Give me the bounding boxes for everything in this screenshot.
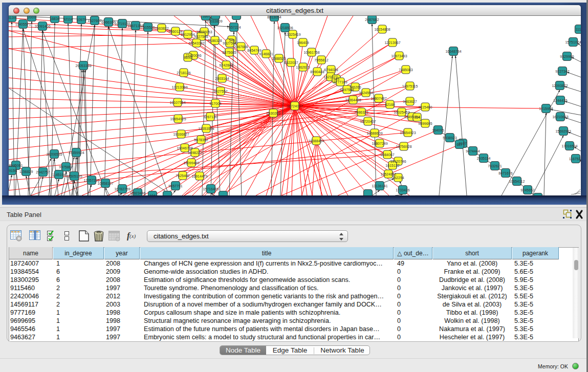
svg-text:10654112: 10654112: [509, 180, 525, 183]
svg-text:7632621: 7632621: [488, 164, 502, 168]
svg-text:1145194: 1145194: [52, 173, 66, 177]
svg-text:1215958: 1215958: [539, 107, 553, 111]
svg-text:12213967: 12213967: [384, 41, 400, 45]
svg-text:1156829: 1156829: [19, 170, 33, 173]
svg-text:8990448: 8990448: [310, 70, 324, 74]
svg-text:252254: 252254: [392, 176, 404, 180]
svg-text:8186328: 8186328: [208, 39, 222, 42]
svg-text:164095: 164095: [432, 128, 444, 132]
svg-text:16210643: 16210643: [552, 115, 568, 119]
svg-text:9975867: 9975867: [59, 165, 73, 169]
svg-text:7625402: 7625402: [176, 174, 189, 178]
svg-text:19046798: 19046798: [177, 146, 192, 150]
svg-text:16834: 16834: [50, 17, 60, 20]
svg-text:10961758: 10961758: [303, 51, 319, 54]
svg-text:15720407: 15720407: [360, 120, 376, 123]
svg-text:9327505: 9327505: [194, 35, 208, 38]
svg-text:1117: 1117: [576, 28, 581, 31]
svg-text:19120746: 19120746: [390, 160, 406, 163]
svg-text:20091406: 20091406: [34, 25, 50, 28]
svg-text:10807487: 10807487: [371, 97, 386, 100]
svg-text:904: 904: [414, 116, 420, 119]
svg-text:1733426: 1733426: [396, 188, 409, 192]
svg-text:3267130: 3267130: [203, 115, 217, 119]
svg-text:39159: 39159: [9, 169, 17, 172]
svg-text:1244415: 1244415: [553, 99, 567, 102]
svg-text:9242848: 9242848: [219, 63, 233, 67]
svg-text:12093872: 12093872: [552, 84, 568, 87]
svg-text:16154808: 16154808: [374, 28, 390, 31]
svg-text:13226053: 13226053: [196, 30, 212, 34]
svg-text:19166827: 19166827: [173, 133, 189, 136]
svg-text:5498222: 5498222: [188, 151, 202, 155]
svg-text:10973493: 10973493: [391, 54, 407, 58]
svg-text:7986322: 7986322: [354, 111, 368, 114]
svg-text:13325419: 13325419: [285, 33, 300, 36]
svg-text:7857224: 7857224: [227, 26, 241, 29]
svg-text:104: 104: [149, 194, 156, 196]
svg-text:1615132: 1615132: [385, 164, 399, 167]
svg-text:92114: 92114: [63, 17, 73, 21]
svg-text:10979: 10979: [76, 18, 86, 21]
svg-text:19756928: 19756928: [396, 145, 411, 148]
svg-text:7663822: 7663822: [155, 27, 168, 30]
svg-text:7515526: 7515526: [141, 26, 155, 29]
svg-text:9777169: 9777169: [333, 80, 347, 84]
svg-text:18807249: 18807249: [372, 142, 387, 145]
svg-text:12975115: 12975115: [402, 84, 418, 88]
svg-text:62160: 62160: [385, 103, 395, 106]
svg-text:9474444: 9474444: [466, 149, 480, 153]
svg-text:196409: 196409: [297, 41, 309, 45]
svg-text:12923446: 12923446: [129, 191, 145, 195]
svg-text:1588520: 1588520: [272, 57, 286, 60]
svg-text:9899695: 9899695: [418, 122, 432, 125]
svg-text:8912954: 8912954: [181, 33, 194, 36]
svg-text:16543382: 16543382: [188, 41, 204, 45]
svg-text:12213369: 12213369: [171, 85, 187, 89]
svg-text:9427552: 9427552: [213, 90, 227, 93]
svg-text:7485083: 7485083: [399, 68, 412, 72]
svg-text:687: 687: [456, 143, 463, 146]
svg-text:10688609: 10688609: [366, 132, 382, 135]
svg-text:19099489: 19099489: [183, 161, 199, 165]
svg-text:8454749: 8454749: [247, 49, 261, 52]
svg-text:15692971: 15692971: [555, 129, 571, 133]
svg-text:9896: 9896: [184, 56, 192, 59]
svg-text:5938923: 5938923: [443, 136, 456, 140]
svg-text:18724007: 18724007: [287, 104, 302, 108]
svg-text:16033809: 16033809: [206, 19, 222, 23]
svg-text:9463627: 9463627: [403, 100, 417, 103]
svg-text:5878352: 5878352: [194, 138, 208, 142]
svg-text:13136141: 13136141: [372, 184, 387, 188]
svg-text:15716485: 15716485: [203, 187, 219, 191]
svg-text:13524851: 13524851: [380, 172, 396, 176]
svg-text:6966160: 6966160: [101, 20, 115, 24]
svg-text:16782759: 16782759: [114, 187, 130, 191]
svg-text:19218506: 19218506: [277, 26, 293, 30]
svg-text:11405571: 11405571: [15, 23, 31, 26]
svg-text:6322037: 6322037: [284, 61, 298, 64]
svg-text:15751074: 15751074: [565, 40, 581, 44]
svg-text:7955812: 7955812: [314, 58, 328, 62]
svg-text:6497568: 6497568: [340, 88, 354, 92]
svg-text:16648784: 16648784: [445, 50, 461, 53]
svg-text:9227342: 9227342: [555, 70, 569, 73]
svg-text:19388454: 19388454: [308, 139, 324, 143]
svg-text:8813054: 8813054: [267, 16, 281, 19]
svg-text:12505135: 12505135: [66, 174, 82, 178]
svg-text:1167533: 1167533: [569, 157, 581, 161]
svg-text:19107554: 19107554: [169, 101, 185, 104]
svg-text:2803144: 2803144: [215, 77, 229, 80]
svg-text:5875685: 5875685: [222, 51, 236, 54]
svg-text:9146821: 9146821: [259, 52, 273, 56]
svg-text:16914479: 16914479: [191, 174, 207, 178]
svg-text:29053346: 29053346: [75, 64, 91, 68]
svg-text:10025453: 10025453: [394, 111, 409, 114]
svg-text:8535061: 8535061: [9, 164, 23, 167]
svg-text:6794028: 6794028: [324, 68, 338, 72]
svg-text:2530203: 2530203: [266, 112, 280, 115]
svg-text:10958107: 10958107: [97, 182, 113, 185]
svg-text:19654925: 19654925: [170, 117, 186, 121]
svg-text:(x): (x): [129, 233, 136, 239]
svg-text:917004: 917004: [209, 102, 221, 105]
